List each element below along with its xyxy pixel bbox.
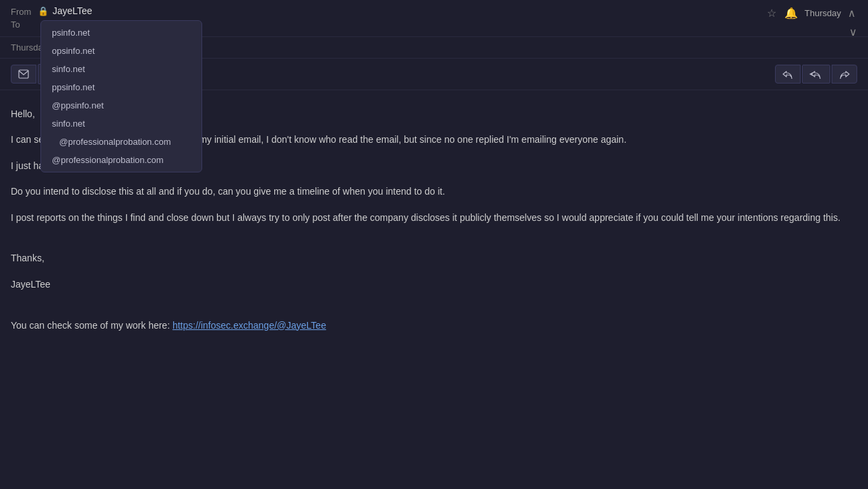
toolbar-right (775, 65, 857, 84)
reply-all-button[interactable] (802, 65, 830, 84)
paragraph4: I post reports on the things I find and … (11, 210, 857, 225)
from-label: From (11, 5, 38, 17)
email-button[interactable] (11, 65, 36, 84)
infosec-link[interactable]: https://infosec.exchange/@JayeLTee (173, 320, 326, 331)
dropdown-item[interactable]: opsinfo.net (41, 42, 202, 60)
reply-icon (782, 69, 793, 79)
from-row: From 🔒 JayeLTee psinfo.net opsinfo.net s… (11, 5, 857, 17)
dropdown-item[interactable]: @professionalprobation.com (41, 151, 202, 169)
star-button[interactable]: ☆ (766, 5, 778, 21)
dropdown-item[interactable]: ppsinfo.net (41, 78, 202, 96)
envelope-icon (18, 69, 29, 79)
collapse-button[interactable]: ∧ (846, 5, 857, 21)
bell-button[interactable]: 🔔 (783, 5, 799, 21)
dropdown-item[interactable]: psinfo.net (41, 24, 202, 42)
signature: JayeLTee (11, 277, 857, 292)
email-view: From 🔒 JayeLTee psinfo.net opsinfo.net s… (0, 0, 868, 489)
link-prefix: You can check some of my work here: (11, 320, 173, 331)
reply-all-icon (809, 69, 823, 79)
day-label: Thursday (805, 8, 841, 18)
svg-rect-0 (19, 70, 28, 78)
lock-icon: 🔒 (38, 6, 49, 16)
header-actions: ☆ 🔔 Thursday ∧ (766, 5, 857, 21)
dropdown-item[interactable]: sinfo.net (41, 60, 202, 78)
forward-button[interactable] (832, 65, 857, 84)
forward-icon (839, 69, 850, 79)
thanks: Thanks, (11, 251, 857, 265)
dropdown-item[interactable]: sinfo.net (41, 115, 202, 133)
reply-button[interactable] (775, 65, 801, 84)
paragraph3: Do you intend to disclose this at all an… (11, 184, 857, 199)
expand-recipients-icon[interactable]: ∨ (849, 26, 857, 38)
sender-info: 🔒 JayeLTee (38, 5, 857, 16)
sender-dropdown: psinfo.net opsinfo.net sinfo.net ppsinfo… (40, 20, 202, 172)
link-paragraph: You can check some of my work here: http… (11, 318, 857, 333)
dropdown-item[interactable]: @professionalprobation.com (41, 133, 202, 151)
dropdown-item[interactable]: @ppsinfo.net (41, 96, 202, 115)
to-label: To (11, 18, 38, 30)
email-header: From 🔒 JayeLTee psinfo.net opsinfo.net s… (0, 0, 868, 37)
sender-name[interactable]: JayeLTee (53, 5, 92, 16)
